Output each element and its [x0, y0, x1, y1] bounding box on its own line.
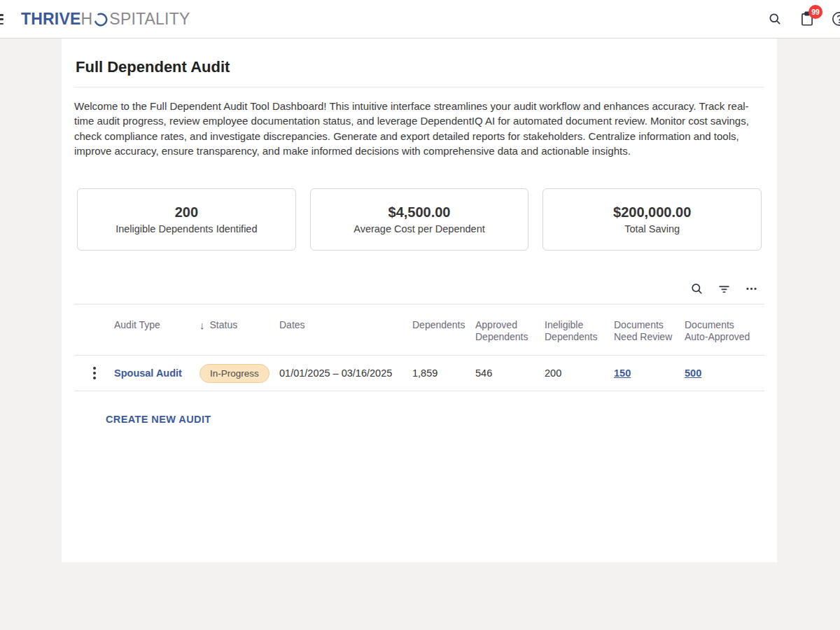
- stat-value: $200,000.00: [613, 204, 691, 220]
- row-menu-icon[interactable]: [90, 364, 99, 382]
- logo-thrive-text: THRIVE: [21, 10, 81, 29]
- welcome-text: Welcome to the Full Dependent Audit Tool…: [74, 99, 764, 158]
- logo-spitality-text: SPITALITY: [109, 10, 190, 29]
- column-header-documents-need-review[interactable]: Documents Need Review: [614, 319, 685, 343]
- column-header-documents-auto-approved[interactable]: Documents Auto-Approved: [685, 319, 764, 343]
- documents-auto-approved-cell: 500: [685, 368, 764, 379]
- stat-value: $4,500.00: [388, 204, 451, 220]
- stat-label: Ineligible Dependents Identified: [115, 223, 257, 234]
- documents-need-review-link[interactable]: 150: [614, 368, 631, 379]
- help-icon[interactable]: [832, 11, 840, 27]
- notification-badge: 99: [808, 5, 822, 19]
- logo-h-text: H: [81, 10, 93, 29]
- column-header-approved-dependents[interactable]: Approved Dependents: [475, 319, 545, 343]
- logo-o-arc-icon: [93, 10, 108, 27]
- appbar-actions: 99: [767, 11, 840, 27]
- stat-label: Average Cost per Dependent: [354, 223, 485, 234]
- ineligible-dependents-cell: 200: [545, 368, 614, 379]
- table-toolbar: [74, 279, 764, 298]
- sort-descending-icon[interactable]: ↓: [200, 319, 205, 331]
- more-options-icon[interactable]: [742, 279, 760, 298]
- status-cell: In-Progress: [200, 364, 279, 383]
- stat-label: Total Saving: [624, 223, 680, 234]
- audit-type-cell: Spousal Audit: [114, 368, 200, 379]
- stat-card-total-saving: $200,000.00 Total Saving: [542, 188, 762, 251]
- stat-card-ineligible-dependents: 200 Ineligible Dependents Identified: [77, 188, 296, 251]
- menu-icon[interactable]: [0, 14, 4, 24]
- dates-cell: 01/01/2025 – 03/16/2025: [279, 368, 412, 379]
- page-title: Full Dependent Audit: [76, 38, 764, 76]
- dependents-cell: 1,859: [412, 368, 475, 379]
- app-header: THRIVEHSPITALITY 99: [0, 0, 840, 38]
- search-icon[interactable]: [767, 11, 783, 27]
- header-actions-spacer: [74, 319, 114, 343]
- column-header-dates[interactable]: Dates: [279, 319, 412, 343]
- status-badge: In-Progress: [200, 364, 270, 383]
- audits-table: Audit Type ↓ Status Dates Dependents App…: [74, 304, 764, 391]
- table-row: Spousal Audit In-Progress 01/01/2025 – 0…: [74, 356, 764, 391]
- app-logo: THRIVEHSPITALITY: [21, 10, 190, 29]
- column-header-status[interactable]: ↓ Status: [200, 319, 279, 343]
- table-header-row: Audit Type ↓ Status Dates Dependents App…: [74, 304, 764, 356]
- stat-value: 200: [175, 204, 198, 220]
- documents-auto-approved-link[interactable]: 500: [685, 368, 701, 379]
- main-content-panel: Full Dependent Audit Welcome to the Full…: [62, 38, 777, 562]
- column-header-ineligible-dependents[interactable]: Ineligible Dependents: [545, 319, 614, 343]
- row-actions-cell: [74, 364, 114, 382]
- create-new-audit-button[interactable]: CREATE NEW AUDIT: [100, 408, 217, 430]
- tasks-clipboard-icon[interactable]: 99: [799, 11, 815, 27]
- title-divider: [74, 87, 764, 88]
- column-header-status-label: Status: [210, 319, 238, 331]
- stat-card-average-cost: $4,500.00 Average Cost per Dependent: [310, 188, 529, 251]
- stat-cards: 200 Ineligible Dependents Identified $4,…: [74, 188, 764, 251]
- column-header-dependents[interactable]: Dependents: [412, 319, 475, 343]
- audit-type-link[interactable]: Spousal Audit: [114, 368, 182, 379]
- approved-dependents-cell: 546: [475, 368, 545, 379]
- table-search-icon[interactable]: [687, 279, 706, 298]
- column-header-audit-type[interactable]: Audit Type: [114, 319, 200, 343]
- documents-need-review-cell: 150: [614, 368, 685, 379]
- filter-icon[interactable]: [715, 279, 733, 298]
